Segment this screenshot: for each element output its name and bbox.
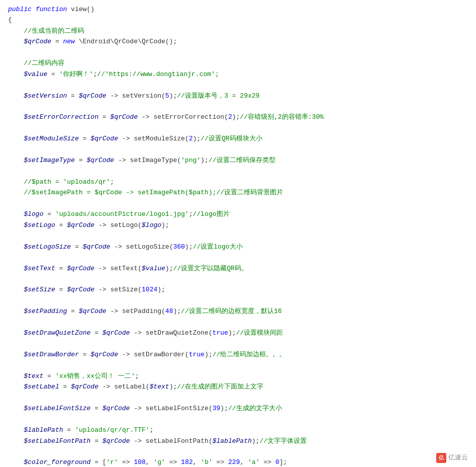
code-line [0,295,476,306]
code-line [0,339,476,349]
code-line [0,360,476,370]
code-line: //二维码内容 [0,58,476,68]
code-line [0,446,476,457]
code-line: $setDrawBorder = $qrCode -> setDrawBorde… [0,349,476,360]
code-line: //生成当前的二维码 [0,26,476,36]
code-line: $lablePath = 'uploads/qr/qr.TTF'; [0,425,476,435]
watermark-logo: 亿 [436,453,446,463]
code-line: $setLogo = $qrCode -> setLogo($logo); [0,220,476,230]
code-line: $setLogoSize = $qrCode -> setLogoSize(36… [0,242,476,252]
code-line [0,230,476,241]
code-line: $setDrawQuietZone = $qrCode -> setDrawQu… [0,328,476,338]
code-line [0,80,476,90]
code-line [0,166,476,177]
code-line: $setErrorCorrection = $qrCode -> setErro… [0,112,476,122]
code-line: $setImageType = $qrCode -> setImageType(… [0,155,476,166]
code-line [0,123,476,133]
code-line [0,47,476,58]
code-line: //$setImagePath = $qrCode -> setImagePat… [0,187,476,198]
code-line: $setVersion = $qrCode -> setVersion(5);/… [0,91,476,101]
code-line [0,274,476,284]
code-line [0,252,476,263]
code-line: $logo = 'uploads/accountPictrue/logo1.jp… [0,209,476,219]
code-line: { [0,15,476,25]
code-container: public function view(){ //生成当前的二维码 $qrCo… [0,0,476,467]
code-line [0,198,476,209]
watermark: 亿 亿速云 [436,452,468,463]
watermark-text: 亿速云 [448,452,468,463]
code-line: $setSize = $qrCode -> setSize(1024); [0,284,476,295]
code-line [0,317,476,328]
code-line: public function view() [0,4,476,15]
code-line [0,393,476,403]
code-line: $text = 'xx销售，xx公司！ 一二'; [0,371,476,381]
code-line: //$path = 'uploads/qr'; [0,177,476,187]
code-line: $value = '你好啊！';//'https://www.dongtianj… [0,69,476,80]
code-line [0,144,476,155]
code-line: $setText = $qrCode -> setText($value);//… [0,263,476,274]
code-line: $setLabel = $qrCode -> setLabel($text);/… [0,381,476,392]
code-line: $qrCode = new \Endroid\QrCode\QrCode(); [0,36,476,47]
code-line: $setPadding = $qrCode -> setPadding(48);… [0,306,476,317]
code-line: $setModuleSize = $qrCode -> setModuleSiz… [0,133,476,144]
code-line: $setLabelFontSize = $qrCode -> setLabelF… [0,403,476,414]
code-line [0,414,476,425]
code-line [0,101,476,112]
code-line: $color_foreground = ['r' => 108, 'g' => … [0,457,476,467]
code-line: $setLabelFontPath = $qrCode -> setLabelF… [0,436,476,446]
